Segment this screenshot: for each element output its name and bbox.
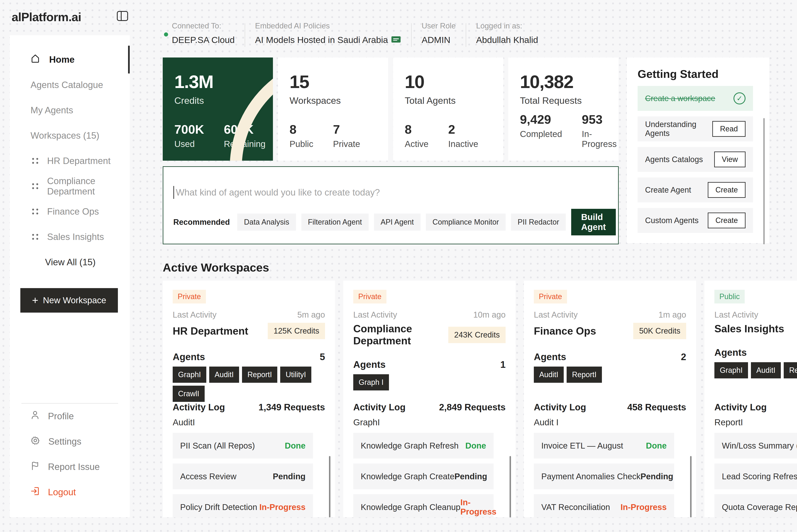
inactive-label: Inactive <box>448 139 478 149</box>
stats-row: 1.3M Credits 700KUsed 600KRemaining 15 W… <box>163 57 619 161</box>
requests-label: Total Requests <box>520 95 607 106</box>
view-button[interactable]: View <box>714 152 745 167</box>
build-agent-button[interactable]: Build Agent <box>571 209 616 235</box>
connected-to-block: Connected To: DEEP.SA Cloud <box>164 22 235 45</box>
suggestion-chip-pii-redactor[interactable]: PII Redactor <box>511 214 566 231</box>
suggestion-chip-api-agent[interactable]: API Agent <box>374 214 420 231</box>
agent-prompt-box[interactable]: What kind of agent would you like to cre… <box>163 166 619 244</box>
workspace-card-sales[interactable]: Public Last Activity Sales Insights Agen… <box>704 281 797 517</box>
drag-handle-icon[interactable] <box>32 234 38 240</box>
agent-chips: AuditI ReportI <box>534 366 679 383</box>
drag-handle-icon[interactable] <box>32 209 38 214</box>
workspace-card-finance[interactable]: Private Last Activity1m ago Finance Ops … <box>524 281 696 517</box>
workspace-title: Sales Insights <box>715 323 784 335</box>
agent-chip[interactable]: AuditI <box>534 366 564 383</box>
agent-chip[interactable]: UtilityI <box>280 366 311 383</box>
scrollbar[interactable] <box>763 118 765 244</box>
agent-chip[interactable]: GraphI <box>173 366 206 383</box>
activity-row[interactable]: Quota Coverage Report <box>715 494 797 517</box>
activity-row[interactable]: Payment Anomalies CheckPending <box>534 463 674 489</box>
profile-icon <box>31 410 40 422</box>
sidebar-workspace-compliance[interactable]: Compliance Department <box>10 173 130 199</box>
suggestion-chip-compliance-monitor[interactable]: Compliance Monitor <box>426 214 506 231</box>
workspace-title: Compliance Department <box>353 323 448 347</box>
suggestion-chip-filteration-agent[interactable]: Filteration Agent <box>301 214 368 231</box>
visibility-badge: Public <box>715 290 745 303</box>
agent-chip[interactable]: CrawlI <box>173 386 205 402</box>
completed-count: 9,429 <box>520 112 562 127</box>
activity-row[interactable]: Invoice ETL — AugustDone <box>534 433 674 458</box>
sidebar-item-my-agents[interactable]: My Agents <box>10 98 130 123</box>
agent-chip[interactable]: ReportI <box>784 362 797 378</box>
recommended-label: Recommended <box>173 218 230 227</box>
sidebar-item-report-issue[interactable]: Report Issue <box>10 454 130 479</box>
saudi-flag-icon <box>391 35 401 45</box>
activity-row[interactable]: VAT ReconciliationIn-Progress <box>534 494 674 517</box>
last-activity-label: Last Activity <box>715 310 758 320</box>
agent-chip[interactable]: AuditI <box>751 362 781 378</box>
agent-chip[interactable]: GraphI <box>715 362 748 378</box>
status-badge: Pending <box>273 472 305 481</box>
workspace-card-compliance[interactable]: Private Last Activity10m ago Compliance … <box>343 281 516 517</box>
activity-row[interactable]: Policy Drift DetectionIn-Progress <box>173 494 313 517</box>
requests-stat-card: 10,382 Total Requests 9,429Completed 953… <box>508 57 619 161</box>
activity-row[interactable]: PII Scan (All Repos)Done <box>173 433 313 458</box>
divider <box>466 23 466 47</box>
dashboard-page: { "app": { "logo": "alPlatform.ai" }, "i… <box>0 0 797 532</box>
sidebar-item-settings[interactable]: Settings <box>10 429 130 454</box>
agents-label: Agents <box>353 359 386 370</box>
visibility-badge: Private <box>534 290 567 303</box>
drag-handle-icon[interactable] <box>32 158 38 164</box>
suggestion-chip-data-analysis[interactable]: Data Analysis <box>237 214 296 231</box>
policies-value: AI Models Hosted in Saudi Arabia <box>255 35 388 45</box>
sidebar-item-logout[interactable]: Logout <box>10 479 130 505</box>
getting-started-item-create-workspace[interactable]: Create a workspace ✓ <box>638 86 753 111</box>
scrollbar[interactable] <box>510 456 511 517</box>
credits-stat-card: 1.3M Credits 700KUsed 600KRemaining <box>163 57 273 161</box>
credits-badge: 50K Credits <box>633 323 686 339</box>
requests-count: 458 Requests <box>627 402 686 413</box>
view-all-workspaces-link[interactable]: View All (15) <box>10 249 130 275</box>
agent-chip[interactable]: ReportI <box>242 366 277 383</box>
create-button[interactable]: Create <box>708 182 745 198</box>
scrollbar[interactable] <box>329 456 330 517</box>
sidebar-item-workspaces[interactable]: Workspaces (15) <box>10 123 130 148</box>
activity-row[interactable]: Win/Loss Summary (W34) <box>715 433 797 458</box>
activity-log: Activity Log ReportI Win/Loss Summary (W… <box>715 402 797 517</box>
requests-count: 1,349 Requests <box>259 402 325 413</box>
workspace-card-hr[interactable]: Private Last Activity5m ago HR Departmen… <box>163 281 335 517</box>
create-button[interactable]: Create <box>708 212 745 228</box>
agent-chip[interactable]: AuditI <box>209 366 239 383</box>
sidebar-workspace-sales[interactable]: Sales Insights <box>10 224 130 249</box>
last-activity-label: Last Activity <box>534 310 577 320</box>
scrollbar[interactable] <box>690 456 691 517</box>
read-button[interactable]: Read <box>712 121 745 137</box>
credits-value: 1.3M <box>174 71 261 92</box>
getting-started-panel: Getting Started Create a workspace ✓ Und… <box>627 57 769 243</box>
workspace-title: HR Department <box>173 325 248 337</box>
sidebar-item-label: My Agents <box>31 105 73 115</box>
new-workspace-button[interactable]: + New Workspace <box>20 288 118 312</box>
activity-row[interactable]: Lead Scoring Refresh <box>715 463 797 489</box>
workspace-label: Finance Ops <box>47 206 99 217</box>
agent-chip[interactable]: ReportI <box>567 366 602 383</box>
activity-row[interactable]: Access ReviewPending <box>173 463 313 489</box>
sidebar-toggle-icon[interactable] <box>117 11 128 22</box>
status-badge: In-Progress <box>260 502 305 512</box>
sidebar-item-home[interactable]: Home <box>10 47 130 72</box>
activity-row[interactable]: Knowledge Graph CleanupIn-Progress <box>353 494 494 517</box>
agent-chip[interactable]: Graph I <box>353 374 389 391</box>
visibility-badge: Private <box>173 290 206 303</box>
sidebar-workspace-hr[interactable]: HR Department <box>10 148 130 173</box>
workspaces-stat-card: 15 Workspaces 8Public 7Private <box>278 57 388 161</box>
sidebar-item-agents-catalogue[interactable]: Agents Catalogue <box>10 72 130 98</box>
policies-label: Embedded AI Policies <box>255 22 401 30</box>
credits-badge: 243K Credits <box>448 327 506 343</box>
prompt-input[interactable]: What kind of agent would you like to cre… <box>176 187 380 197</box>
sidebar-workspace-finance[interactable]: Finance Ops <box>10 199 130 224</box>
workspaces-value: 15 <box>289 71 377 92</box>
activity-row[interactable]: Knowledge Graph RefreshDone <box>353 433 494 458</box>
activity-row[interactable]: Knowledge Graph CreatePending <box>353 463 494 489</box>
drag-handle-icon[interactable] <box>32 183 38 189</box>
sidebar-item-profile[interactable]: Profile <box>10 403 130 429</box>
